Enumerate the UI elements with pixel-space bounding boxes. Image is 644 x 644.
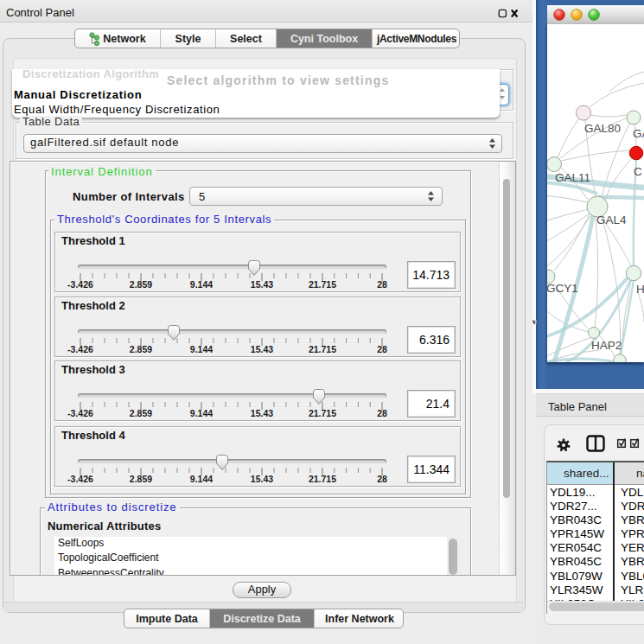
svg-text:H: H [636,283,644,296]
svg-text:GAL4: GAL4 [596,214,627,226]
svg-text:HAP2: HAP2 [591,339,622,352]
svg-text:GAL11: GAL11 [555,171,590,184]
svg-text:GCY1: GCY1 [547,282,578,295]
svg-text:GA: GA [633,127,644,140]
svg-text:C: C [634,165,642,178]
svg-text:GAL80: GAL80 [584,122,621,135]
